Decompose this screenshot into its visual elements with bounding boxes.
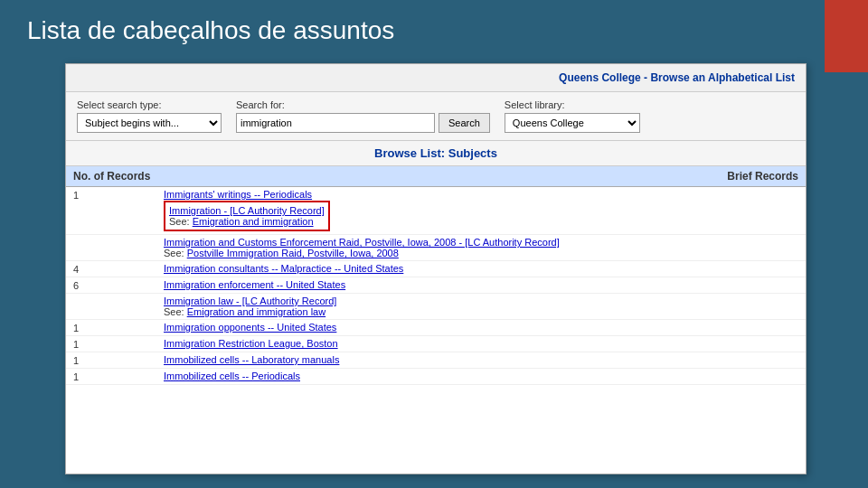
see-text: See: Postville Immigration Raid, Postvil… [164, 248, 399, 258]
table-row: Immigration law - [LC Authority Record] … [66, 294, 806, 320]
browse-list-title: Browse List: Subjects [66, 141, 806, 166]
subject-link-enforcement[interactable]: Immigration enforcement -- United States [164, 279, 798, 290]
record-num [73, 237, 164, 238]
table-row: Immigration and Customs Enforcement Raid… [66, 235, 806, 261]
search-input[interactable] [236, 113, 435, 133]
subject-cell: Immigration and Customs Enforcement Raid… [164, 237, 798, 258]
see-text: See: Emigration and immigration [169, 216, 314, 227]
record-num: 1 [73, 189, 164, 201]
subject-cell: Immobilized cells -- Laboratory manuals [164, 354, 798, 365]
table-header: No. of Records Brief Records [66, 166, 806, 187]
subject-link-immobilized-per[interactable]: Immobilized cells -- Periodicals [164, 371, 798, 381]
subject-link-immobilized-lab[interactable]: Immobilized cells -- Laboratory manuals [164, 354, 798, 365]
search-type-group: Select search type: Subject begins with.… [77, 99, 222, 133]
search-for-label: Search for: [236, 99, 490, 110]
search-for-group: Search for: Search [236, 99, 490, 133]
library-select[interactable]: Queens College [505, 113, 640, 133]
search-area: Select search type: Subject begins with.… [66, 92, 806, 141]
table-row: 1 Immigrants' writings -- Periodicals Im… [66, 187, 806, 235]
subject-link-customs[interactable]: Immigration and Customs Enforcement Raid… [164, 237, 798, 248]
table-row: 1 Immigration opponents -- United States [66, 320, 806, 336]
subject-link[interactable]: Immigrants' writings -- Periodicals [164, 189, 798, 200]
see-text: See: Emigration and immigration law [164, 306, 326, 317]
browser-window: Queens College - Browse an Alphabetical … [65, 63, 807, 474]
search-button[interactable]: Search [439, 113, 490, 133]
subject-cell: Immigration Restriction League, Boston [164, 338, 798, 349]
col-brief-header: Brief Records [681, 170, 798, 183]
see-link-postville[interactable]: Postville Immigration Raid, Postville, I… [187, 248, 399, 258]
subject-cell: Immigration opponents -- United States [164, 322, 798, 333]
subject-cell: Immigration consultants -- Malpractice -… [164, 263, 798, 274]
subject-cell: Immigration enforcement -- United States [164, 279, 798, 290]
record-num: 4 [73, 263, 164, 275]
table-row: 4 Immigration consultants -- Malpractice… [66, 261, 806, 277]
table-row: 6 Immigration enforcement -- United Stat… [66, 277, 806, 294]
record-num: 1 [73, 371, 164, 382]
record-num [73, 296, 164, 296]
subject-cell: Immigration law - [LC Authority Record] … [164, 296, 798, 317]
col-records-header: No. of Records [73, 170, 164, 183]
table-row: 1 Immobilized cells -- Laboratory manual… [66, 352, 806, 369]
see-link-law[interactable]: Emigration and immigration law [187, 306, 326, 317]
subject-link-immigration[interactable]: Immigration - [LC Authority Record] [169, 205, 325, 216]
col-subjects-header [164, 170, 681, 183]
search-type-select[interactable]: Subject begins with... [77, 113, 222, 133]
subject-link-restriction[interactable]: Immigration Restriction League, Boston [164, 338, 798, 349]
highlighted-subject-box: Immigration - [LC Authority Record] See:… [164, 201, 330, 231]
subject-cell: Immobilized cells -- Periodicals [164, 371, 798, 381]
page-title: Lista de cabeçalhos de assuntos [0, 0, 868, 54]
subject-link-law[interactable]: Immigration law - [LC Authority Record] [164, 296, 798, 306]
record-num: 1 [73, 338, 164, 350]
library-group: Select library: Queens College [505, 99, 640, 133]
red-accent-decoration [825, 0, 868, 72]
record-num: 1 [73, 322, 164, 333]
table-row: 1 Immobilized cells -- Periodicals [66, 369, 806, 385]
record-num: 1 [73, 354, 164, 366]
record-num: 6 [73, 279, 164, 291]
table-body: 1 Immigrants' writings -- Periodicals Im… [66, 187, 806, 385]
browser-title: Queens College - Browse an Alphabetical … [559, 71, 795, 84]
browser-header: Queens College - Browse an Alphabetical … [66, 64, 806, 92]
select-type-label: Select search type: [77, 99, 222, 110]
table-row: 1 Immigration Restriction League, Boston [66, 336, 806, 352]
select-library-label: Select library: [505, 99, 640, 110]
subject-link-opponents[interactable]: Immigration opponents -- United States [164, 322, 798, 333]
see-link[interactable]: Emigration and immigration [193, 216, 314, 227]
subject-cell: Immigrants' writings -- Periodicals Immi… [164, 189, 798, 232]
subject-link-consultants[interactable]: Immigration consultants -- Malpractice -… [164, 263, 798, 274]
